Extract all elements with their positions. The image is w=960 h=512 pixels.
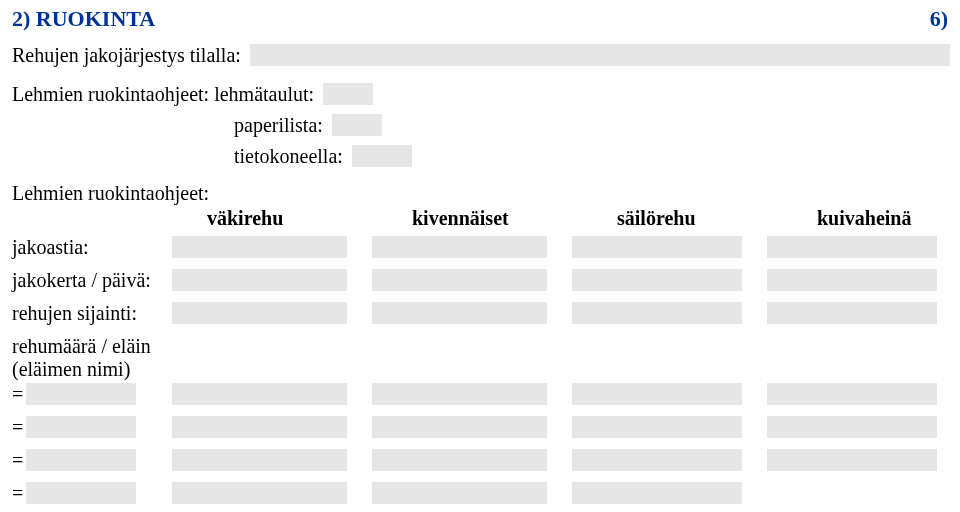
- cell-a4-kivennaiset[interactable]: [372, 482, 547, 504]
- label-jakojarjestys: Rehujen jakojärjestys tilalla:: [12, 44, 241, 67]
- equals-sign: =: [12, 449, 26, 472]
- cell-jakoastia-kuivaheina[interactable]: [767, 236, 937, 258]
- cell-a2-kuivaheina[interactable]: [767, 416, 937, 438]
- field-jakojarjestys[interactable]: [250, 44, 950, 66]
- cell-a3-vakirehu[interactable]: [172, 449, 347, 471]
- cell-a4-vakirehu[interactable]: [172, 482, 347, 504]
- cell-jakoastia-sailorehu[interactable]: [572, 236, 742, 258]
- label-jakoastia: jakoastia:: [12, 236, 172, 259]
- cell-sijainti-kuivaheina[interactable]: [767, 302, 937, 324]
- cell-a1-vakirehu[interactable]: [172, 383, 347, 405]
- cell-a2-vakirehu[interactable]: [172, 416, 347, 438]
- cell-jakokerta-kivennaiset[interactable]: [372, 269, 547, 291]
- cell-jakokerta-vakirehu[interactable]: [172, 269, 347, 291]
- row-paperilista: paperilista:: [12, 112, 948, 137]
- cell-jakoastia-kivennaiset[interactable]: [372, 236, 547, 258]
- label-lehmataulut: Lehmien ruokintaohjeet: lehmätaulut:: [12, 83, 314, 106]
- field-tietokoneella[interactable]: [352, 145, 412, 167]
- row-animal-2: =: [12, 416, 948, 439]
- row-animal-4: =: [12, 482, 948, 505]
- col-kuivaheina: kuivaheinä: [817, 207, 911, 230]
- field-paperilista[interactable]: [332, 114, 382, 136]
- field-lehmataulut[interactable]: [323, 83, 373, 105]
- cell-sijainti-sailorehu[interactable]: [572, 302, 742, 324]
- cell-jakoastia-vakirehu[interactable]: [172, 236, 347, 258]
- cell-sijainti-kivennaiset[interactable]: [372, 302, 547, 324]
- column-headers: väkirehu kivennäiset säilörehu kuivahein…: [12, 207, 948, 230]
- page-number: 6): [930, 6, 948, 32]
- field-animal-name-3[interactable]: [26, 449, 136, 471]
- section-header: 2) RUOKINTA 6): [12, 6, 948, 32]
- label-paperilista: paperilista:: [234, 114, 323, 137]
- cell-a1-kuivaheina[interactable]: [767, 383, 937, 405]
- equals-sign: =: [12, 383, 26, 406]
- row-jakokerta: jakokerta / päivä:: [12, 269, 948, 292]
- col-kivennaiset: kivennäiset: [412, 207, 612, 230]
- field-animal-name-4[interactable]: [26, 482, 136, 504]
- col-sailorehu: säilörehu: [617, 207, 812, 230]
- cell-a3-kuivaheina[interactable]: [767, 449, 937, 471]
- cell-a3-sailorehu[interactable]: [572, 449, 742, 471]
- row-lehmataulut: Lehmien ruokintaohjeet: lehmätaulut:: [12, 81, 948, 106]
- cell-a4-sailorehu[interactable]: [572, 482, 742, 504]
- row-sijainti: rehujen sijainti:: [12, 302, 948, 325]
- cell-a2-sailorehu[interactable]: [572, 416, 742, 438]
- equals-sign: =: [12, 482, 26, 505]
- label-ruokintaohjeet: Lehmien ruokintaohjeet:: [12, 182, 948, 205]
- label-rehumaara-l1: rehumäärä / eläin: [12, 335, 948, 358]
- row-tietokoneella: tietokoneella:: [12, 143, 948, 168]
- equals-sign: =: [12, 416, 26, 439]
- col-vakirehu: väkirehu: [207, 207, 407, 230]
- field-animal-name-1[interactable]: [26, 383, 136, 405]
- cell-sijainti-vakirehu[interactable]: [172, 302, 347, 324]
- label-rehumaara-l2: (eläimen nimi): [12, 358, 948, 381]
- cell-a3-kivennaiset[interactable]: [372, 449, 547, 471]
- label-sijainti: rehujen sijainti:: [12, 302, 172, 325]
- cell-jakokerta-sailorehu[interactable]: [572, 269, 742, 291]
- label-jakokerta: jakokerta / päivä:: [12, 269, 172, 292]
- cell-a2-kivennaiset[interactable]: [372, 416, 547, 438]
- section-title: 2) RUOKINTA: [12, 6, 155, 32]
- field-animal-name-2[interactable]: [26, 416, 136, 438]
- row-animal-1: =: [12, 383, 948, 406]
- row-animal-3: =: [12, 449, 948, 472]
- cell-jakokerta-kuivaheina[interactable]: [767, 269, 937, 291]
- cell-a1-sailorehu[interactable]: [572, 383, 742, 405]
- cell-a1-kivennaiset[interactable]: [372, 383, 547, 405]
- row-jakojarjestys: Rehujen jakojärjestys tilalla:: [12, 42, 948, 67]
- label-tietokoneella: tietokoneella:: [234, 145, 343, 168]
- row-jakoastia: jakoastia:: [12, 236, 948, 259]
